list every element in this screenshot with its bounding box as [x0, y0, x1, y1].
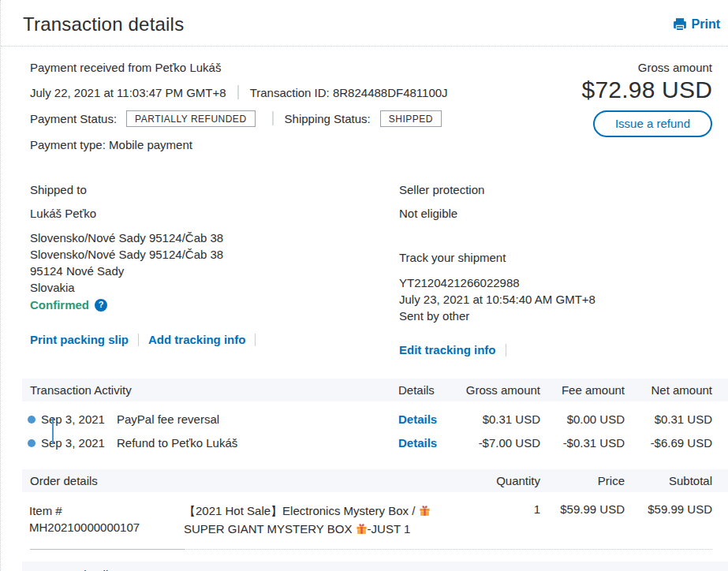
shipping-section: Shipped to Lukáš Peťko Slovensko/Nové Sa…	[1, 162, 728, 356]
item-name-text: 【2021 Hot Sale】Electronics Mystery Box /	[184, 504, 419, 517]
help-icon[interactable]: ?	[95, 299, 107, 312]
item-subtotal: $59.99 USD	[625, 502, 712, 516]
shipping-status-badge: SHIPPED	[380, 110, 442, 127]
item-quantity: 1	[469, 502, 540, 516]
print-packing-slip-link[interactable]: Print packing slip	[30, 333, 129, 346]
item-price: $59.99 USD	[540, 502, 625, 516]
order-item-row: Item # MH20210000000107 【2021 Hot Sale】E…	[22, 492, 728, 547]
column-header-net: Net amount	[625, 383, 712, 397]
payment-details-header: Payment details	[22, 562, 728, 571]
activity-net: -$6.69 USD	[625, 436, 712, 450]
print-label: Print	[692, 17, 720, 32]
transaction-details-page: Transaction details Print Payment receiv…	[0, 0, 728, 571]
table-row: Sep 3, 2021 PayPal fee reversal Details …	[22, 407, 728, 431]
payment-status-label: Payment Status:	[30, 112, 117, 125]
divider	[185, 549, 712, 550]
payment-summary: Payment received from Peťko Lukáš July 2…	[1, 47, 728, 162]
item-number-label: Item #	[29, 502, 184, 519]
activity-description: Refund to Peťko Lukáš	[117, 436, 398, 450]
tracking-date: July 23, 2021 at 10:54:40 AM GMT+8	[399, 291, 712, 308]
activity-gross: -$7.00 USD	[454, 436, 540, 450]
address-confirmed-row: Confirmed ?	[30, 297, 399, 313]
details-link[interactable]: Details	[398, 412, 454, 426]
address-line: Slovensko/Nové Sady 95124/Čab 38	[30, 230, 399, 246]
timeline-dot	[28, 439, 35, 447]
column-header-subtotal: Subtotal	[625, 474, 712, 487]
item-number-value: MH20210000000107	[29, 519, 184, 536]
gross-amount-value: $72.98 USD	[582, 77, 712, 103]
shipped-to-column: Shipped to Lukáš Peťko Slovensko/Nové Sa…	[30, 183, 399, 356]
confirmed-label: Confirmed	[30, 297, 89, 313]
track-shipment-heading: Track your shipment	[399, 251, 712, 264]
tracking-links-row: Edit tracking info	[399, 343, 712, 356]
column-header-price: Price	[540, 474, 625, 487]
gift-icon	[419, 506, 431, 519]
date-transaction-line: July 22, 2021 at 11:03:47 PM GMT+8 Trans…	[30, 84, 448, 101]
page-header: Transaction details Print	[1, 0, 728, 47]
gift-icon	[356, 524, 368, 537]
payment-type-line: Payment type: Mobile payment	[30, 136, 448, 153]
activity-fee: -$0.31 USD	[540, 436, 625, 450]
address-line: 95124 Nové Sady	[30, 263, 399, 279]
payment-summary-left: Payment received from Peťko Lukáš July 2…	[30, 58, 448, 162]
divider	[272, 111, 274, 125]
tracking-number: YT2120421266022988	[399, 274, 712, 291]
seller-protection-status: Not eligible	[399, 207, 712, 220]
transaction-id: Transaction ID: 8R824488DF481100J	[250, 86, 448, 99]
column-header-gross: Gross amount	[454, 383, 540, 397]
activity-fee: $0.00 USD	[540, 412, 625, 426]
timeline-connector	[52, 418, 54, 444]
divider	[237, 85, 239, 99]
payment-received-line: Payment received from Peťko Lukáš	[30, 58, 448, 76]
timeline-dot	[28, 416, 35, 424]
payment-date: July 22, 2021 at 11:03:47 PM GMT+8	[30, 86, 226, 99]
order-details-heading: Order details	[30, 474, 469, 487]
column-header-fee: Fee amount	[540, 383, 625, 397]
add-tracking-info-link[interactable]: Add tracking info	[148, 333, 245, 346]
activity-net: $0.31 USD	[625, 412, 712, 426]
payment-details-heading: Payment details	[30, 568, 114, 571]
address-line: Slovakia	[30, 279, 399, 296]
column-header-quantity: Quantity	[469, 474, 540, 487]
item-number-cell: Item # MH20210000000107	[29, 502, 184, 536]
transaction-activity-header: Transaction Activity Details Gross amoun…	[22, 379, 728, 401]
divider	[255, 334, 256, 346]
seller-protection-column: Seller protection Not eligible Track you…	[399, 183, 712, 356]
tracking-carrier: Sent by other	[399, 308, 712, 324]
address-line: Slovensko/Nové Sady 95124/Čab 38	[30, 246, 399, 263]
details-link[interactable]: Details	[398, 436, 454, 450]
status-line: Payment Status: PARTIALLY REFUNDED Shipp…	[30, 110, 448, 127]
recipient-name: Lukáš Peťko	[30, 207, 399, 220]
printer-icon	[673, 17, 687, 32]
divider	[506, 344, 506, 356]
issue-refund-button[interactable]: Issue a refund	[593, 110, 712, 137]
item-name: 【2021 Hot Sale】Electronics Mystery Box /…	[184, 502, 469, 539]
activity-description: PayPal fee reversal	[117, 412, 398, 426]
shipped-to-heading: Shipped to	[30, 183, 399, 196]
page-title: Transaction details	[23, 13, 184, 35]
item-name-text: SUPER GIANT MYSTERY BOX	[184, 522, 356, 536]
shipping-links-row: Print packing slip Add tracking info	[30, 333, 399, 346]
seller-protection-heading: Seller protection	[399, 183, 712, 196]
payment-status-badge: PARTIALLY REFUNDED	[126, 110, 255, 127]
divider	[30, 549, 185, 550]
print-button[interactable]: Print	[673, 17, 720, 32]
transaction-activity-rows: Sep 3, 2021 PayPal fee reversal Details …	[22, 401, 728, 454]
transaction-activity-heading: Transaction Activity	[30, 383, 398, 397]
edit-tracking-info-link[interactable]: Edit tracking info	[399, 343, 496, 356]
order-divider	[30, 549, 712, 550]
divider	[138, 334, 139, 346]
order-details-header: Order details Quantity Price Subtotal	[22, 469, 728, 492]
activity-gross: $0.31 USD	[454, 412, 540, 426]
table-row: Sep 3, 2021 Refund to Peťko Lukáš Detail…	[22, 431, 728, 454]
gross-amount-label: Gross amount	[582, 61, 712, 74]
payment-summary-right: Gross amount $72.98 USD Issue a refund	[582, 58, 712, 162]
column-header-details: Details	[398, 383, 454, 397]
shipping-status-label: Shipping Status:	[285, 112, 371, 125]
item-name-text: -JUST 1	[368, 522, 411, 536]
